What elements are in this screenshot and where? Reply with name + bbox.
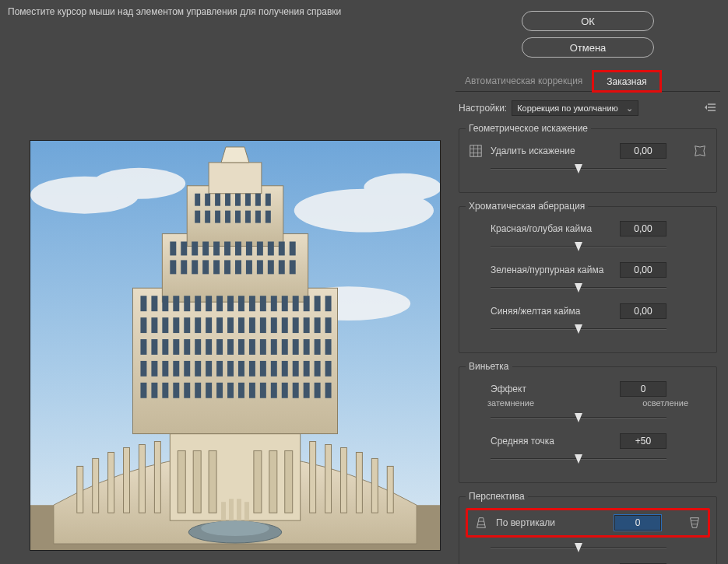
perspective-vertical-value[interactable] bbox=[614, 515, 661, 531]
blue-yellow-value[interactable] bbox=[620, 303, 666, 319]
tab-auto[interactable]: Автоматическая коррекция bbox=[455, 72, 592, 91]
vignette-light-label: осветление bbox=[642, 398, 688, 408]
red-cyan-value[interactable] bbox=[620, 221, 666, 236]
grid-barrel-icon bbox=[466, 144, 486, 158]
svg-rect-123 bbox=[315, 383, 321, 398]
svg-rect-170 bbox=[244, 502, 249, 520]
svg-rect-80 bbox=[238, 339, 244, 355]
persp-vert-bottom-icon bbox=[684, 516, 705, 530]
preview-building-svg bbox=[30, 141, 440, 550]
svg-rect-47 bbox=[271, 296, 277, 311]
vignette-amount-slider[interactable] bbox=[491, 412, 666, 423]
green-magenta-value[interactable] bbox=[620, 262, 666, 278]
svg-rect-133 bbox=[257, 242, 263, 256]
settings-dropdown[interactable]: Коррекция по умолчанию ⌄ bbox=[512, 100, 638, 116]
ok-button[interactable]: ОК bbox=[522, 11, 654, 31]
svg-rect-41 bbox=[206, 296, 212, 311]
vignette-midpoint-slider[interactable] bbox=[491, 454, 666, 464]
svg-rect-49 bbox=[293, 296, 299, 311]
svg-rect-113 bbox=[206, 383, 212, 398]
hint-text: Поместите курсор мыши над элементом упра… bbox=[8, 6, 448, 17]
svg-rect-153 bbox=[235, 194, 241, 206]
svg-rect-50 bbox=[304, 296, 310, 311]
svg-rect-48 bbox=[282, 296, 288, 311]
svg-rect-157 bbox=[195, 211, 200, 223]
svg-rect-94 bbox=[195, 361, 201, 377]
svg-rect-138 bbox=[181, 260, 187, 274]
grid-pincushion-icon bbox=[690, 144, 710, 158]
svg-rect-109 bbox=[162, 383, 168, 398]
remove-distortion-slider[interactable] bbox=[491, 163, 666, 174]
svg-rect-118 bbox=[260, 383, 266, 398]
svg-rect-108 bbox=[151, 383, 157, 398]
svg-point-2 bbox=[93, 168, 186, 199]
svg-rect-42 bbox=[216, 296, 223, 311]
svg-rect-114 bbox=[216, 383, 223, 398]
svg-rect-136 bbox=[290, 242, 296, 256]
svg-rect-63 bbox=[249, 317, 255, 333]
settings-label: Настройки: bbox=[459, 103, 507, 114]
svg-rect-75 bbox=[184, 339, 190, 355]
svg-rect-44 bbox=[238, 296, 244, 311]
svg-rect-9 bbox=[108, 452, 114, 513]
svg-rect-61 bbox=[227, 317, 234, 333]
svg-rect-58 bbox=[195, 317, 201, 333]
vignette-midpoint-label: Средняя точка bbox=[491, 436, 615, 447]
svg-rect-25 bbox=[285, 450, 293, 513]
svg-rect-37 bbox=[162, 296, 168, 311]
svg-rect-156 bbox=[266, 194, 271, 206]
svg-rect-79 bbox=[227, 339, 234, 355]
svg-rect-57 bbox=[184, 317, 190, 333]
svg-rect-11 bbox=[139, 445, 145, 513]
svg-rect-76 bbox=[195, 339, 201, 355]
chevron-down-icon: ⌄ bbox=[626, 103, 633, 114]
vignette-legend: Виньетка bbox=[466, 361, 512, 372]
vignette-midpoint-value[interactable] bbox=[620, 433, 666, 449]
svg-rect-72 bbox=[151, 339, 157, 355]
svg-rect-17 bbox=[371, 458, 378, 513]
svg-rect-52 bbox=[325, 296, 332, 311]
svg-rect-53 bbox=[140, 317, 146, 333]
svg-rect-90 bbox=[151, 361, 157, 377]
green-magenta-slider[interactable] bbox=[491, 282, 666, 293]
panel-menu-icon[interactable] bbox=[705, 103, 717, 114]
svg-rect-21 bbox=[193, 450, 201, 513]
vignette-dark-label: затемнение bbox=[487, 398, 534, 408]
tab-custom[interactable]: Заказная bbox=[602, 74, 651, 89]
svg-rect-77 bbox=[206, 339, 212, 355]
svg-rect-144 bbox=[246, 260, 252, 274]
svg-rect-163 bbox=[255, 211, 261, 223]
svg-rect-38 bbox=[173, 296, 179, 311]
red-cyan-slider[interactable] bbox=[491, 241, 666, 252]
svg-rect-120 bbox=[282, 383, 288, 398]
vignette-amount-value[interactable] bbox=[620, 381, 666, 397]
svg-rect-14 bbox=[325, 445, 332, 513]
group-vignette: Виньетка Эффект затемнениеосветление Сре… bbox=[459, 361, 717, 483]
svg-rect-36 bbox=[151, 296, 157, 311]
svg-rect-95 bbox=[206, 361, 212, 377]
blue-yellow-slider[interactable] bbox=[491, 324, 666, 335]
vignette-amount-label: Эффект bbox=[491, 384, 615, 394]
svg-rect-126 bbox=[181, 242, 187, 256]
perspective-vertical-slider[interactable] bbox=[491, 542, 666, 553]
svg-rect-19 bbox=[170, 434, 300, 521]
svg-rect-64 bbox=[260, 317, 266, 333]
svg-rect-73 bbox=[162, 339, 168, 355]
svg-rect-40 bbox=[195, 296, 201, 311]
svg-rect-71 bbox=[140, 339, 146, 355]
geometric-legend: Геометрическое искажение bbox=[466, 123, 591, 134]
cancel-button[interactable]: Отмена bbox=[522, 37, 654, 58]
svg-rect-147 bbox=[279, 260, 285, 274]
svg-rect-124 bbox=[325, 383, 332, 398]
svg-rect-34 bbox=[209, 163, 262, 194]
svg-rect-86 bbox=[304, 339, 310, 355]
svg-rect-84 bbox=[282, 339, 288, 355]
svg-rect-56 bbox=[173, 317, 179, 333]
svg-rect-154 bbox=[245, 194, 251, 206]
svg-rect-132 bbox=[246, 242, 252, 256]
svg-rect-121 bbox=[293, 383, 299, 398]
remove-distortion-value[interactable] bbox=[620, 143, 666, 159]
svg-rect-66 bbox=[282, 317, 288, 333]
svg-rect-70 bbox=[325, 317, 332, 333]
svg-rect-89 bbox=[140, 361, 146, 377]
